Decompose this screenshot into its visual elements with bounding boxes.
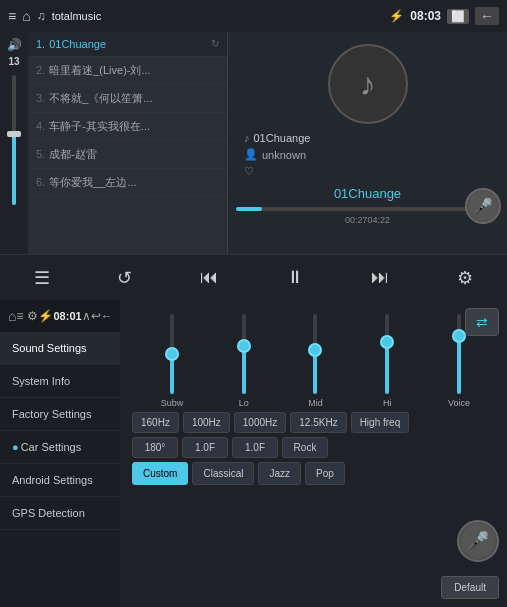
volume-thumb[interactable] bbox=[7, 131, 21, 137]
bluetooth-icon-s: ⚡ bbox=[38, 309, 53, 323]
next-button[interactable]: ⏭ bbox=[361, 263, 399, 292]
track-title: 01Chuange bbox=[254, 132, 311, 144]
battery-icon: ⬜ bbox=[447, 9, 469, 24]
playlist-button[interactable]: ☰ bbox=[24, 263, 60, 293]
progress-bar[interactable] bbox=[236, 207, 499, 211]
repeat-button[interactable]: ↺ bbox=[107, 263, 142, 293]
sidebar-item-car-settings[interactable]: ●Car Settings bbox=[0, 431, 120, 464]
eq-label-mid: Mid bbox=[308, 398, 323, 408]
eq-slider-mid: Mid bbox=[290, 314, 340, 408]
volume-section: 🔊 13 bbox=[0, 32, 28, 254]
artist-icon: 👤 bbox=[244, 148, 258, 161]
track-info: ♪ 01Chuange 👤 unknown ♡ bbox=[236, 132, 499, 186]
playlist-item[interactable]: 4.车静子-其实我很在... bbox=[28, 113, 227, 141]
sidebar-item-sound-settings[interactable]: Sound Settings bbox=[0, 332, 120, 365]
settings-header-bar: ⌂ ≡ ⚙ ⚡ 08:01 ∧ ↩ ← bbox=[0, 300, 120, 332]
music-content: 🔊 13 1.01Chuange ↻ 2.暗里着迷_(Live)-刘... 3.… bbox=[0, 32, 507, 254]
value-buttons-row: 180° 1.0F 1.0F Rock bbox=[132, 437, 499, 458]
home-icon[interactable]: ⌂ bbox=[8, 308, 16, 324]
sidebar-item-system-info[interactable]: System Info bbox=[0, 365, 120, 398]
menu-icon[interactable]: ≡ bbox=[8, 8, 16, 24]
value-btn-1f-2[interactable]: 1.0F bbox=[232, 437, 278, 458]
sidebar-item-factory-settings[interactable]: Factory Settings bbox=[0, 398, 120, 431]
track-heart[interactable]: ♡ bbox=[244, 165, 491, 178]
eq-label-subw: Subw bbox=[161, 398, 184, 408]
now-playing: ♪ ♪ 01Chuange 👤 unknown ♡ 01Chuange 00:2… bbox=[228, 32, 507, 254]
value-btn-rock[interactable]: Rock bbox=[282, 437, 328, 458]
sound-arrows-icon: ⇄ bbox=[476, 314, 488, 330]
settings-mic-button[interactable]: 🎤 bbox=[457, 520, 499, 562]
music-panel: ≡ ⌂ ♫ totalmusic ⚡ 08:03 ⬜ ← 🔊 13 1.01Ch… bbox=[0, 0, 507, 300]
preset-btn-custom[interactable]: Custom bbox=[132, 462, 188, 485]
eq-button[interactable]: ⚙ bbox=[447, 263, 483, 293]
app-icon: ♫ bbox=[37, 9, 46, 23]
eq-label-voice: Voice bbox=[448, 398, 470, 408]
playlist-item[interactable]: 5.成都-赵雷 bbox=[28, 141, 227, 169]
track-artist: unknown bbox=[262, 149, 306, 161]
playlist-item[interactable]: 2.暗里着迷_(Live)-刘... bbox=[28, 57, 227, 85]
volume-icon: 🔊 bbox=[7, 38, 22, 52]
progress-fill bbox=[236, 207, 262, 211]
playlist-item[interactable]: 1.01Chuange ↻ bbox=[28, 32, 227, 57]
value-btn-1f-1[interactable]: 1.0F bbox=[182, 437, 228, 458]
app-name: totalmusic bbox=[52, 10, 102, 22]
settings-clock: 08:01 bbox=[53, 310, 81, 322]
freq-btn-125khz[interactable]: 12.5KHz bbox=[290, 412, 346, 433]
home-icon[interactable]: ⌂ bbox=[22, 8, 30, 24]
top-bar-left: ≡ ⌂ ♫ totalmusic bbox=[8, 8, 101, 24]
eq-track-mid[interactable] bbox=[313, 314, 317, 394]
sound-toggle-button[interactable]: ⇄ bbox=[465, 308, 499, 336]
bluetooth-icon: ⚡ bbox=[389, 9, 404, 23]
track-name-large: 01Chuange bbox=[334, 186, 401, 201]
track-artist-row: 👤 unknown bbox=[244, 148, 491, 161]
back-icon[interactable]: ← bbox=[475, 7, 499, 25]
track-title-row: ♪ 01Chuange bbox=[244, 132, 491, 144]
eq-label-hi: Hi bbox=[383, 398, 392, 408]
freq-btn-highfreq[interactable]: High freq bbox=[351, 412, 410, 433]
gear-icon-s[interactable]: ⚙ bbox=[27, 309, 38, 323]
freq-btn-160hz[interactable]: 160Hz bbox=[132, 412, 179, 433]
value-btn-180[interactable]: 180° bbox=[132, 437, 178, 458]
sidebar-item-android-settings[interactable]: Android Settings bbox=[0, 464, 120, 497]
up-icon-s: ∧ bbox=[82, 309, 91, 323]
track-title-icon: ♪ bbox=[244, 132, 250, 144]
eq-track-subw[interactable] bbox=[170, 314, 174, 394]
time-total: 04:22 bbox=[368, 215, 391, 225]
album-art: ♪ bbox=[328, 44, 408, 124]
eq-track-hi[interactable] bbox=[385, 314, 389, 394]
preset-btn-pop[interactable]: Pop bbox=[305, 462, 345, 485]
music-controls: ☰ ↺ ⏮ ⏸ ⏭ ⚙ bbox=[0, 254, 507, 300]
freq-btn-100hz[interactable]: 100Hz bbox=[183, 412, 230, 433]
freq-btn-1000hz[interactable]: 1000Hz bbox=[234, 412, 286, 433]
prev-button[interactable]: ⏮ bbox=[190, 263, 228, 292]
time-elapsed: 00:27 bbox=[345, 215, 368, 225]
top-bar-right: ⚡ 08:03 ⬜ ← bbox=[389, 7, 499, 25]
preset-buttons-row: Custom Classical Jazz Pop bbox=[132, 462, 499, 485]
volume-number: 13 bbox=[8, 56, 19, 67]
progress-times: 00:27 04:22 bbox=[345, 215, 390, 225]
sidebar-item-gps-detection[interactable]: GPS Detection bbox=[0, 497, 120, 530]
preset-btn-jazz[interactable]: Jazz bbox=[258, 462, 301, 485]
menu-icon-s[interactable]: ≡ bbox=[16, 309, 23, 323]
default-button[interactable]: Default bbox=[441, 576, 499, 599]
playlist-item[interactable]: 3.不将就_《何以笙箫... bbox=[28, 85, 227, 113]
eq-label-lo: Lo bbox=[239, 398, 249, 408]
top-bar: ≡ ⌂ ♫ totalmusic ⚡ 08:03 ⬜ ← bbox=[0, 0, 507, 32]
eq-track-voice[interactable] bbox=[457, 314, 461, 394]
volume-fill bbox=[12, 134, 16, 206]
return-icon-s[interactable]: ← bbox=[101, 309, 113, 323]
preset-btn-classical[interactable]: Classical bbox=[192, 462, 254, 485]
volume-slider[interactable] bbox=[12, 75, 16, 205]
back-icon-s[interactable]: ↩ bbox=[91, 309, 101, 323]
settings-main: ⇄ Subw Lo bbox=[120, 300, 507, 607]
settings-panel: ⌂ ≡ ⚙ ⚡ 08:01 ∧ ↩ ← Sound Settings Syste… bbox=[0, 300, 507, 607]
freq-buttons-row: 160Hz 100Hz 1000Hz 12.5KHz High freq bbox=[132, 412, 499, 433]
eq-slider-hi: Hi bbox=[362, 314, 412, 408]
eq-sliders: Subw Lo Mid bbox=[132, 308, 499, 408]
settings-sidebar: ⌂ ≡ ⚙ ⚡ 08:01 ∧ ↩ ← Sound Settings Syste… bbox=[0, 300, 120, 607]
eq-track-lo[interactable] bbox=[242, 314, 246, 394]
mic-button[interactable]: 🎤 bbox=[465, 188, 501, 224]
play-pause-button[interactable]: ⏸ bbox=[276, 263, 314, 292]
music-note-icon: ♪ bbox=[360, 66, 376, 103]
playlist-item[interactable]: 6.等你爱我__左边... bbox=[28, 169, 227, 197]
